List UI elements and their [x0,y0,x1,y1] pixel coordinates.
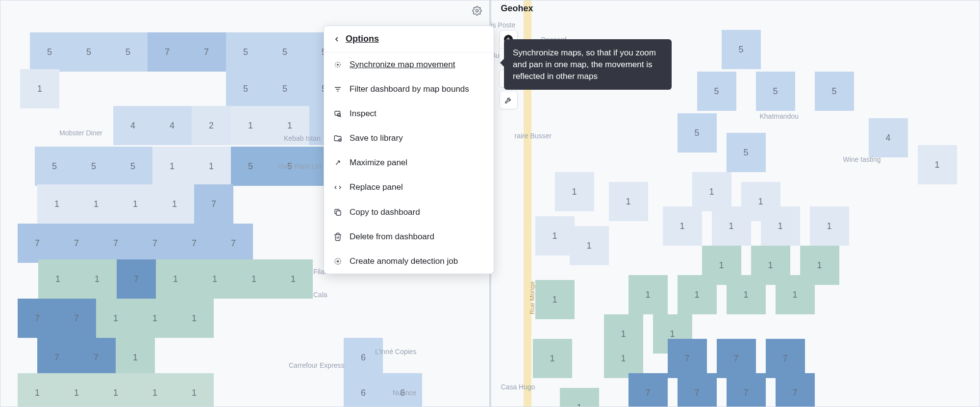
menu-label: Copy to dashboard [350,207,420,218]
hex-cell: 5 [69,32,108,72]
hex-cell: 7 [678,373,717,407]
hex-cell: 5 [231,147,270,186]
crosshair-icon [333,60,343,70]
menu-delete-from-dashboard[interactable]: Delete from dashboard [324,225,494,249]
hex-cell: 1 [609,182,648,221]
street-label: Nuance [393,389,416,397]
hex-cell: 1 [175,299,214,338]
wrench-icon [504,96,512,104]
street-label: Casa Hugo [501,383,535,391]
street-label: Khatmandou [760,112,799,120]
hex-cell: 7 [148,32,187,72]
hex-cell: 7 [766,339,805,378]
hex-cell: 1 [810,206,849,246]
hex-cell: 4 [869,118,908,157]
hex-cell: 7 [668,339,707,378]
menu-maximize-panel[interactable]: Maximize panel [324,151,494,175]
hex-cell: 1 [274,259,313,299]
folder-plus-icon [333,133,343,143]
hex-cell: 7 [194,184,233,224]
svg-rect-13 [336,211,341,215]
hex-cell: 7 [776,373,815,407]
menu-synchronize-map[interactable]: Synchronize map movement [324,52,494,77]
menu-label: Inspect [350,108,377,119]
copy-icon [333,207,343,217]
street-label: Carrefour Express [289,361,345,369]
hex-cell: 7 [214,224,253,263]
chevron-left-icon [333,35,341,43]
hex-cell: 7 [76,338,116,377]
street-label: Cala [313,291,327,299]
dropdown-back-header[interactable]: Options [324,26,494,52]
street-label: L'inné Copies [375,348,416,356]
hex-cell: 1 [234,259,274,299]
street-label: Wine tasting [843,155,881,163]
street-label: is Poste [491,21,516,29]
hex-cell: 4 [113,106,152,145]
hex-cell: 5 [265,69,304,108]
menu-label: Replace panel [350,182,403,193]
tools-button[interactable] [500,91,517,109]
hex-cell: 5 [35,147,74,186]
gear-icon [472,6,482,16]
hex-cell: 7 [57,224,96,263]
menu-copy-to-dashboard[interactable]: Copy to dashboard [324,200,494,225]
hex-cell: 7 [117,259,156,299]
hex-cell: 6 [344,338,383,377]
hex-cell: 1 [175,373,214,407]
hex-cell: 1 [116,184,155,224]
tooltip-text: Synchronize maps, so that if you zoom an… [513,48,656,81]
hex-cell: 5 [756,72,795,111]
hex-cell: 5 [113,147,152,186]
hex-cell: 1 [195,259,234,299]
street-label: Vival Paris Lin [277,162,321,170]
sync-maps-tooltip: Synchronize maps, so that if you zoom an… [504,39,672,90]
hex-cell: 4 [152,106,192,145]
menu-anomaly-detection[interactable]: Create anomaly detection job [324,249,494,274]
hex-cell: 1 [20,69,59,108]
hex-cell: 1 [692,172,731,211]
hex-cell: 5 [678,113,717,153]
hex-cell: 1 [727,275,766,314]
panel-title: Geohex [501,3,533,14]
hex-cell: 1 [192,147,231,186]
hex-cell: 1 [555,172,594,211]
hex-cell: 1 [604,339,643,378]
menu-label: Create anomaly detection job [350,256,458,267]
hex-cell: 7 [628,373,668,407]
hex-cell: 1 [628,275,668,314]
hex-cell: 1 [156,259,195,299]
svg-line-9 [340,116,341,117]
filter-icon [333,84,343,94]
hex-cell: 5 [30,32,69,72]
hex-cell: 1 [135,299,175,338]
hex-cell: 5 [815,72,854,111]
menu-label: Maximize panel [350,157,407,168]
hex-cell: 5 [108,32,148,72]
hex-cell: 1 [712,206,751,246]
menu-filter-by-bounds[interactable]: Filter dashboard by map bounds [324,77,494,102]
hex-cell: 1 [918,145,957,184]
trash-icon [333,232,343,242]
hex-cell: 1 [231,106,270,145]
hex-cell: 7 [717,339,756,378]
panel-options-gear-button[interactable] [470,3,484,18]
hex-cell: 1 [533,339,572,378]
hex-cell: 7 [187,32,226,72]
ml-icon [333,256,343,266]
hex-cell: 7 [57,299,96,338]
hex-cell: 1 [560,388,599,407]
hex-cell: 1 [116,338,155,377]
menu-label: Synchronize map movement [350,59,455,70]
hex-cell: 1 [535,280,575,319]
maximize-icon [333,158,343,168]
menu-inspect[interactable]: Inspect [324,102,494,126]
hex-cell: 2 [192,106,231,145]
street-label: Kebab Istan [284,134,321,142]
menu-save-to-library[interactable]: Save to library [324,126,494,151]
menu-replace-panel[interactable]: Replace panel [324,175,494,200]
hex-cell: 7 [96,224,135,263]
hex-cell: 7 [18,299,57,338]
replace-icon [333,183,343,193]
hex-cell: 1 [96,373,135,407]
